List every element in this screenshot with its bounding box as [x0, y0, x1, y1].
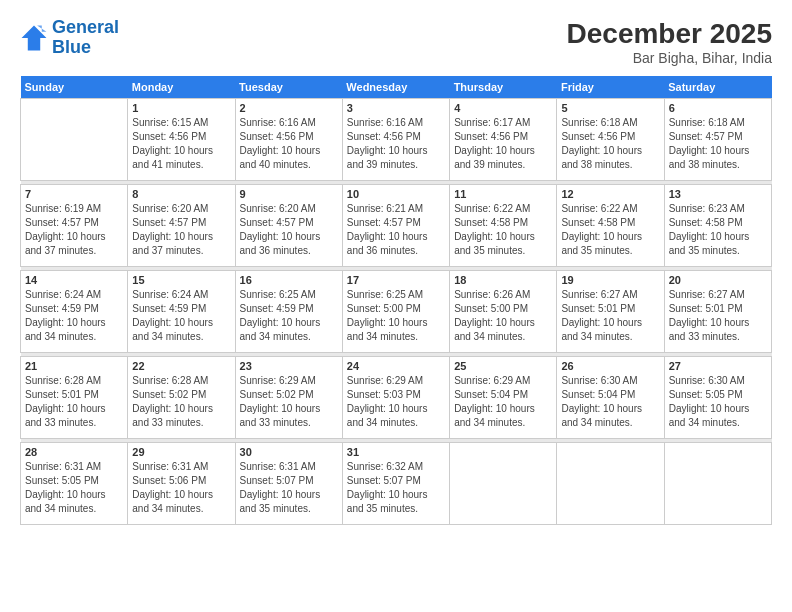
cell-info: Sunrise: 6:24 AM Sunset: 4:59 PM Dayligh… [132, 288, 230, 344]
calendar-cell: 25 Sunrise: 6:29 AM Sunset: 5:04 PM Dayl… [450, 357, 557, 439]
cell-info: Sunrise: 6:20 AM Sunset: 4:57 PM Dayligh… [240, 202, 338, 258]
calendar-cell: 16 Sunrise: 6:25 AM Sunset: 4:59 PM Dayl… [235, 271, 342, 353]
sunrise-text: Sunrise: 6:16 AM [240, 117, 316, 128]
calendar-cell: 26 Sunrise: 6:30 AM Sunset: 5:04 PM Dayl… [557, 357, 664, 439]
calendar-cell: 24 Sunrise: 6:29 AM Sunset: 5:03 PM Dayl… [342, 357, 449, 439]
cell-info: Sunrise: 6:28 AM Sunset: 5:01 PM Dayligh… [25, 374, 123, 430]
calendar-page: General Blue December 2025 Bar Bigha, Bi… [0, 0, 792, 612]
sunset-text: Sunset: 5:01 PM [669, 303, 743, 314]
day-number: 24 [347, 360, 445, 372]
day-number: 18 [454, 274, 552, 286]
sunset-text: Sunset: 4:58 PM [561, 217, 635, 228]
sunset-text: Sunset: 5:00 PM [347, 303, 421, 314]
daylight-text: Daylight: 10 hours and 37 minutes. [25, 231, 106, 256]
daylight-text: Daylight: 10 hours and 34 minutes. [454, 403, 535, 428]
daylight-text: Daylight: 10 hours and 34 minutes. [347, 317, 428, 342]
calendar-table: SundayMondayTuesdayWednesdayThursdayFrid… [20, 76, 772, 525]
week-row-2: 7 Sunrise: 6:19 AM Sunset: 4:57 PM Dayli… [21, 185, 772, 267]
daylight-text: Daylight: 10 hours and 34 minutes. [240, 317, 321, 342]
logo-text: General Blue [52, 18, 119, 58]
cell-info: Sunrise: 6:30 AM Sunset: 5:05 PM Dayligh… [669, 374, 767, 430]
logo-icon [20, 24, 48, 52]
sunset-text: Sunset: 4:58 PM [454, 217, 528, 228]
header: General Blue December 2025 Bar Bigha, Bi… [20, 18, 772, 66]
sunrise-text: Sunrise: 6:23 AM [669, 203, 745, 214]
daylight-text: Daylight: 10 hours and 35 minutes. [347, 489, 428, 514]
sunrise-text: Sunrise: 6:29 AM [454, 375, 530, 386]
calendar-cell: 30 Sunrise: 6:31 AM Sunset: 5:07 PM Dayl… [235, 443, 342, 525]
calendar-cell: 4 Sunrise: 6:17 AM Sunset: 4:56 PM Dayli… [450, 99, 557, 181]
sunset-text: Sunset: 4:56 PM [240, 131, 314, 142]
week-row-5: 28 Sunrise: 6:31 AM Sunset: 5:05 PM Dayl… [21, 443, 772, 525]
calendar-cell: 14 Sunrise: 6:24 AM Sunset: 4:59 PM Dayl… [21, 271, 128, 353]
sunset-text: Sunset: 4:56 PM [454, 131, 528, 142]
cell-info: Sunrise: 6:31 AM Sunset: 5:05 PM Dayligh… [25, 460, 123, 516]
sunset-text: Sunset: 5:04 PM [454, 389, 528, 400]
daylight-text: Daylight: 10 hours and 38 minutes. [561, 145, 642, 170]
day-number: 28 [25, 446, 123, 458]
month-year-title: December 2025 [567, 18, 772, 50]
daylight-text: Daylight: 10 hours and 39 minutes. [347, 145, 428, 170]
sunset-text: Sunset: 5:07 PM [240, 475, 314, 486]
sunset-text: Sunset: 4:58 PM [669, 217, 743, 228]
calendar-cell: 2 Sunrise: 6:16 AM Sunset: 4:56 PM Dayli… [235, 99, 342, 181]
day-number: 29 [132, 446, 230, 458]
calendar-cell: 31 Sunrise: 6:32 AM Sunset: 5:07 PM Dayl… [342, 443, 449, 525]
calendar-cell [664, 443, 771, 525]
header-day-thursday: Thursday [450, 76, 557, 99]
sunrise-text: Sunrise: 6:28 AM [25, 375, 101, 386]
sunset-text: Sunset: 5:02 PM [240, 389, 314, 400]
cell-info: Sunrise: 6:30 AM Sunset: 5:04 PM Dayligh… [561, 374, 659, 430]
calendar-cell: 6 Sunrise: 6:18 AM Sunset: 4:57 PM Dayli… [664, 99, 771, 181]
sunrise-text: Sunrise: 6:15 AM [132, 117, 208, 128]
calendar-cell: 8 Sunrise: 6:20 AM Sunset: 4:57 PM Dayli… [128, 185, 235, 267]
cell-info: Sunrise: 6:22 AM Sunset: 4:58 PM Dayligh… [561, 202, 659, 258]
sunset-text: Sunset: 5:05 PM [669, 389, 743, 400]
sunset-text: Sunset: 5:05 PM [25, 475, 99, 486]
day-number: 1 [132, 102, 230, 114]
sunrise-text: Sunrise: 6:30 AM [561, 375, 637, 386]
sunrise-text: Sunrise: 6:18 AM [561, 117, 637, 128]
cell-info: Sunrise: 6:25 AM Sunset: 5:00 PM Dayligh… [347, 288, 445, 344]
sunrise-text: Sunrise: 6:22 AM [454, 203, 530, 214]
day-number: 17 [347, 274, 445, 286]
day-number: 19 [561, 274, 659, 286]
header-day-monday: Monday [128, 76, 235, 99]
calendar-cell: 7 Sunrise: 6:19 AM Sunset: 4:57 PM Dayli… [21, 185, 128, 267]
calendar-cell [450, 443, 557, 525]
day-number: 20 [669, 274, 767, 286]
sunrise-text: Sunrise: 6:24 AM [132, 289, 208, 300]
sunrise-text: Sunrise: 6:24 AM [25, 289, 101, 300]
cell-info: Sunrise: 6:29 AM Sunset: 5:02 PM Dayligh… [240, 374, 338, 430]
calendar-cell: 22 Sunrise: 6:28 AM Sunset: 5:02 PM Dayl… [128, 357, 235, 439]
calendar-cell: 15 Sunrise: 6:24 AM Sunset: 4:59 PM Dayl… [128, 271, 235, 353]
daylight-text: Daylight: 10 hours and 33 minutes. [132, 403, 213, 428]
sunrise-text: Sunrise: 6:16 AM [347, 117, 423, 128]
logo-blue: Blue [52, 37, 91, 57]
day-number: 16 [240, 274, 338, 286]
sunset-text: Sunset: 4:56 PM [561, 131, 635, 142]
day-number: 12 [561, 188, 659, 200]
sunrise-text: Sunrise: 6:18 AM [669, 117, 745, 128]
sunset-text: Sunset: 4:57 PM [669, 131, 743, 142]
sunrise-text: Sunrise: 6:25 AM [347, 289, 423, 300]
cell-info: Sunrise: 6:31 AM Sunset: 5:06 PM Dayligh… [132, 460, 230, 516]
cell-info: Sunrise: 6:20 AM Sunset: 4:57 PM Dayligh… [132, 202, 230, 258]
sunrise-text: Sunrise: 6:30 AM [669, 375, 745, 386]
day-number: 6 [669, 102, 767, 114]
daylight-text: Daylight: 10 hours and 36 minutes. [240, 231, 321, 256]
sunset-text: Sunset: 5:06 PM [132, 475, 206, 486]
calendar-cell [21, 99, 128, 181]
daylight-text: Daylight: 10 hours and 34 minutes. [454, 317, 535, 342]
sunset-text: Sunset: 5:01 PM [25, 389, 99, 400]
cell-info: Sunrise: 6:19 AM Sunset: 4:57 PM Dayligh… [25, 202, 123, 258]
sunrise-text: Sunrise: 6:17 AM [454, 117, 530, 128]
calendar-cell: 10 Sunrise: 6:21 AM Sunset: 4:57 PM Dayl… [342, 185, 449, 267]
sunrise-text: Sunrise: 6:27 AM [561, 289, 637, 300]
location-subtitle: Bar Bigha, Bihar, India [567, 50, 772, 66]
cell-info: Sunrise: 6:24 AM Sunset: 4:59 PM Dayligh… [25, 288, 123, 344]
sunset-text: Sunset: 5:02 PM [132, 389, 206, 400]
day-number: 9 [240, 188, 338, 200]
calendar-cell: 3 Sunrise: 6:16 AM Sunset: 4:56 PM Dayli… [342, 99, 449, 181]
cell-info: Sunrise: 6:22 AM Sunset: 4:58 PM Dayligh… [454, 202, 552, 258]
